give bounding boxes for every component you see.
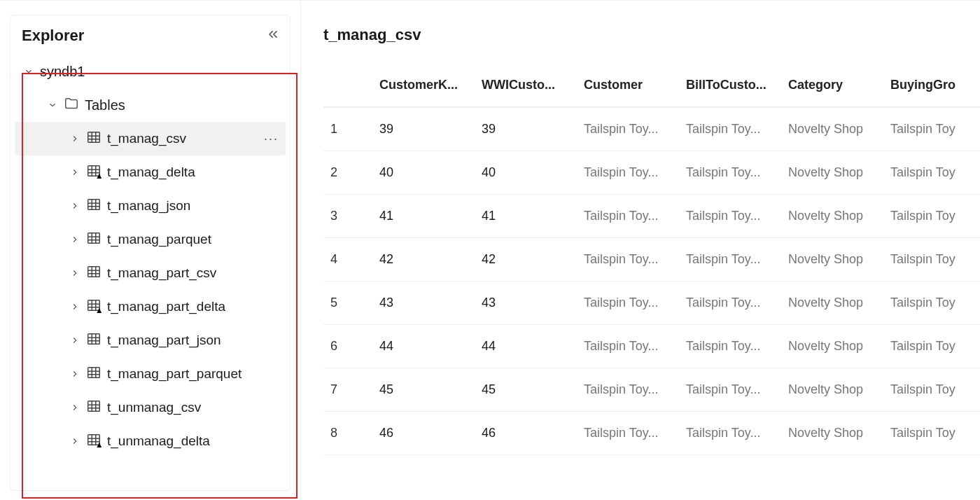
table-row[interactable]: 13939Tailspin Toy...Tailspin Toy...Novel… <box>323 107 980 151</box>
table-row[interactable]: 54343Tailspin Toy...Tailspin Toy...Novel… <box>323 282 980 325</box>
table-item-label: t_manag_part_parquet <box>107 366 286 382</box>
table-icon <box>86 264 102 283</box>
main-content: t_manag_csv CustomerK...WWICusto...Custo… <box>301 0 980 500</box>
chevron-right-icon <box>69 167 80 177</box>
database-label: syndb1 <box>40 64 286 80</box>
row-number-cell: 5 <box>323 282 372 325</box>
column-header[interactable]: CustomerK... <box>372 64 475 107</box>
tree-table-item[interactable]: t_manag_csv··· <box>15 122 286 155</box>
table-row[interactable]: 74545Tailspin Toy...Tailspin Toy...Novel… <box>323 368 980 412</box>
table-cell: 44 <box>475 325 577 368</box>
svg-rect-0 <box>88 132 100 142</box>
tree-table-item[interactable]: t_manag_json <box>15 189 286 223</box>
table-cell: Tailspin Toy... <box>679 282 781 325</box>
column-header[interactable]: BuyingGro <box>883 64 980 107</box>
table-row[interactable]: 84646Tailspin Toy...Tailspin Toy...Novel… <box>323 412 980 455</box>
table-cell: 40 <box>372 151 475 195</box>
explorer-title: Explorer <box>22 27 84 45</box>
table-icon <box>86 130 102 148</box>
table-cell: Tailspin Toy... <box>577 412 679 455</box>
tree-tables-folder[interactable]: Tables <box>15 88 286 122</box>
table-icon <box>86 398 102 417</box>
table-cell: 41 <box>475 195 577 238</box>
chevron-right-icon <box>69 235 80 244</box>
table-delta-icon <box>86 432 102 451</box>
row-number-header <box>323 64 372 107</box>
table-cell: Novelty Shop <box>781 151 883 195</box>
table-cell: 46 <box>475 412 577 455</box>
chevron-right-icon <box>69 201 80 211</box>
svg-rect-16 <box>88 232 100 243</box>
table-row[interactable]: 24040Tailspin Toy...Tailspin Toy...Novel… <box>323 151 980 195</box>
row-number-cell: 6 <box>323 325 372 368</box>
table-delta-icon <box>86 163 102 182</box>
table-delta-icon <box>86 298 102 317</box>
column-header[interactable]: WWICusto... <box>475 64 577 107</box>
table-item-label: t_manag_csv <box>107 131 258 146</box>
table-cell: 46 <box>372 412 475 455</box>
table-icon <box>86 230 102 249</box>
table-cell: 42 <box>475 238 577 282</box>
tables-folder-label: Tables <box>85 97 286 113</box>
table-header-row: CustomerK...WWICusto...CustomerBillToCus… <box>323 64 980 107</box>
data-table: CustomerK...WWICusto...CustomerBillToCus… <box>323 64 980 455</box>
chevron-right-icon <box>69 134 80 144</box>
table-icon <box>86 331 102 350</box>
table-cell: 40 <box>475 151 577 195</box>
table-item-label: t_manag_part_csv <box>107 265 286 281</box>
table-cell: Tailspin Toy... <box>577 325 679 368</box>
collapse-explorer-icon[interactable] <box>266 27 280 44</box>
tree-table-item[interactable]: t_manag_part_json <box>15 324 286 357</box>
table-cell: 45 <box>372 368 475 412</box>
table-item-label: t_unmanag_csv <box>107 400 286 415</box>
svg-rect-21 <box>88 266 100 277</box>
table-row[interactable]: 44242Tailspin Toy...Tailspin Toy...Novel… <box>323 238 980 282</box>
svg-rect-5 <box>88 165 100 176</box>
table-icon <box>86 197 102 216</box>
table-cell: 45 <box>475 368 577 412</box>
tree-table-item[interactable]: t_manag_part_csv <box>15 256 286 290</box>
column-header[interactable]: Customer <box>577 64 679 107</box>
table-cell: Tailspin Toy... <box>679 368 781 412</box>
tree-table-item[interactable]: t_unmanag_csv <box>15 391 286 424</box>
tree-table-item[interactable]: t_manag_part_delta <box>15 290 286 324</box>
table-cell: Tailspin Toy... <box>679 325 781 368</box>
table-cell: Novelty Shop <box>781 238 883 282</box>
table-cell: Tailspin Toy <box>883 368 980 412</box>
table-cell: Tailspin Toy... <box>679 238 781 282</box>
svg-rect-32 <box>88 333 100 344</box>
table-cell: Tailspin Toy... <box>577 151 679 195</box>
svg-rect-47 <box>88 434 100 445</box>
table-cell: Tailspin Toy... <box>577 238 679 282</box>
table-cell: Tailspin Toy <box>883 412 980 455</box>
column-header[interactable]: Category <box>781 64 883 107</box>
svg-rect-42 <box>88 401 100 411</box>
more-actions-button[interactable]: ··· <box>264 132 286 146</box>
chevron-right-icon <box>69 369 80 379</box>
table-row[interactable]: 64444Tailspin Toy...Tailspin Toy...Novel… <box>323 325 980 368</box>
tree-table-item[interactable]: t_unmanag_delta <box>15 424 286 458</box>
row-number-cell: 3 <box>323 195 372 238</box>
chevron-right-icon <box>69 335 80 345</box>
tree-table-item[interactable]: t_manag_delta <box>15 155 286 189</box>
row-number-cell: 2 <box>323 151 372 195</box>
table-cell: Tailspin Toy... <box>679 107 781 151</box>
table-row[interactable]: 34141Tailspin Toy...Tailspin Toy...Novel… <box>323 195 980 238</box>
tree-table-item[interactable]: t_manag_parquet <box>15 223 286 256</box>
table-cell: Tailspin Toy... <box>577 107 679 151</box>
table-item-label: t_manag_part_delta <box>107 299 286 314</box>
tree-database-item[interactable]: syndb1 <box>15 55 286 88</box>
table-cell: Novelty Shop <box>781 195 883 238</box>
row-number-cell: 7 <box>323 368 372 412</box>
table-cell: 39 <box>475 107 577 151</box>
table-cell: Novelty Shop <box>781 412 883 455</box>
table-icon <box>86 365 102 384</box>
chevron-right-icon <box>69 436 80 446</box>
table-cell: 41 <box>372 195 475 238</box>
table-cell: Novelty Shop <box>781 368 883 412</box>
table-item-label: t_unmanag_delta <box>107 433 286 449</box>
row-number-cell: 1 <box>323 107 372 151</box>
table-cell: 44 <box>372 325 475 368</box>
tree-table-item[interactable]: t_manag_part_parquet <box>15 357 286 391</box>
column-header[interactable]: BillToCusto... <box>679 64 781 107</box>
